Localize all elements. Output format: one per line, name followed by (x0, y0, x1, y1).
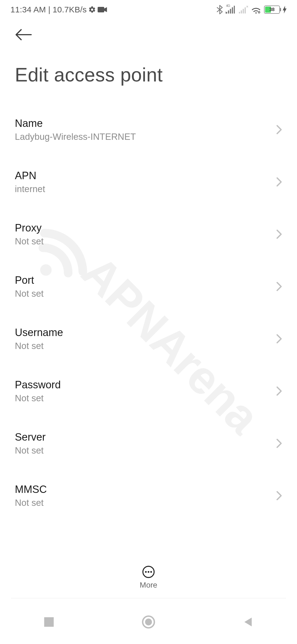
svg-point-13 (148, 571, 149, 573)
more-icon (142, 565, 155, 578)
row-value: Ladybug-Wireless-INTERNET (15, 132, 276, 142)
row-title: MMSC (15, 484, 276, 495)
svg-point-14 (150, 571, 152, 573)
row-title: Password (15, 379, 276, 391)
settings-icon (88, 6, 96, 13)
svg-rect-0 (98, 7, 104, 12)
sim1-signal-icon: 4G (226, 5, 235, 14)
net-speed-text: 10.7KB/s (53, 5, 87, 14)
app-header (0, 21, 297, 48)
clock-text: 11:34 AM (10, 5, 46, 14)
svg-rect-3 (230, 9, 231, 13)
svg-rect-6 (239, 12, 240, 13)
bottom-divider (11, 598, 286, 598)
svg-rect-5 (234, 6, 235, 13)
row-title: Name (15, 118, 276, 129)
row-value: Not set (15, 288, 276, 299)
back-button[interactable] (15, 28, 32, 41)
nav-home-button[interactable] (142, 615, 155, 629)
back-arrow-icon (15, 28, 32, 41)
svg-rect-9 (245, 7, 246, 13)
battery-percent: 38 (265, 6, 279, 13)
row-title: Port (15, 274, 276, 286)
status-bar: 11:34 AM | 10.7KB/s 4G (0, 0, 297, 19)
row-password[interactable]: Password Not set (0, 365, 297, 417)
chevron-right-icon (276, 177, 282, 187)
row-username[interactable]: Username Not set (0, 313, 297, 365)
status-separator: | (48, 5, 50, 14)
row-proxy[interactable]: Proxy Not set (0, 208, 297, 260)
svg-rect-2 (228, 10, 229, 13)
row-title: Username (15, 327, 276, 339)
svg-rect-8 (243, 9, 244, 13)
svg-rect-15 (44, 617, 54, 627)
charging-icon (283, 6, 287, 13)
row-value: Not set (15, 498, 276, 508)
chevron-right-icon (276, 229, 282, 239)
row-title: Server (15, 431, 276, 443)
status-right: 4G 38 (217, 5, 287, 14)
chevron-right-icon (276, 491, 282, 501)
navigation-bar (0, 600, 297, 644)
row-value: Not set (15, 393, 276, 403)
status-left: 11:34 AM | 10.7KB/s (10, 5, 107, 14)
settings-list: Name Ladybug-Wireless-INTERNET APN inter… (0, 103, 297, 532)
row-value: Not set (15, 341, 276, 351)
battery-cap (280, 8, 281, 11)
bluetooth-icon (217, 5, 223, 14)
triangle-left-icon (243, 616, 254, 627)
more-button[interactable]: More (0, 552, 297, 598)
battery-icon: 38 (264, 6, 280, 14)
chevron-right-icon (276, 125, 282, 135)
chevron-right-icon (276, 386, 282, 396)
row-value: internet (15, 184, 276, 194)
svg-point-17 (145, 619, 152, 626)
nav-recent-button[interactable] (43, 616, 54, 627)
camera-icon (98, 7, 107, 13)
wifi-icon (251, 6, 261, 14)
chevron-right-icon (276, 438, 282, 448)
sim2-no-signal-icon (238, 5, 248, 14)
more-label: More (140, 581, 157, 590)
row-value: Not set (15, 445, 276, 456)
row-value: Not set (15, 236, 276, 247)
square-icon (43, 616, 54, 627)
chevron-right-icon (276, 334, 282, 344)
row-mmsc[interactable]: MMSC Not set (0, 470, 297, 522)
svg-rect-4 (232, 7, 233, 14)
svg-rect-7 (241, 10, 242, 13)
row-apn[interactable]: APN internet (0, 156, 297, 208)
page-title: Edit access point (15, 64, 163, 86)
row-name[interactable]: Name Ladybug-Wireless-INTERNET (0, 103, 297, 156)
nav-back-button[interactable] (243, 616, 254, 627)
row-port[interactable]: Port Not set (0, 260, 297, 313)
row-title: Proxy (15, 222, 276, 234)
row-mms-proxy[interactable]: MMS proxy Not set (0, 522, 297, 532)
row-server[interactable]: Server Not set (0, 417, 297, 470)
circle-icon (142, 615, 155, 629)
row-title: APN (15, 170, 276, 182)
chevron-right-icon (276, 282, 282, 291)
svg-point-12 (145, 571, 147, 573)
